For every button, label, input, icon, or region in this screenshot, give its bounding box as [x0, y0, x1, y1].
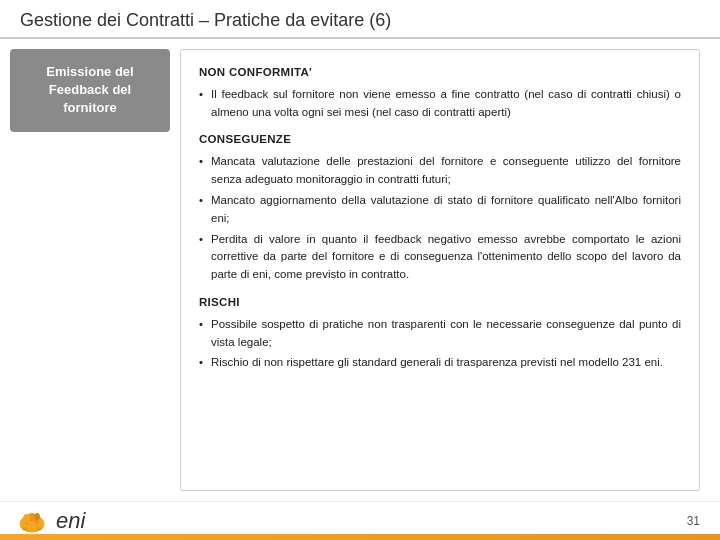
footer-logo: eni	[14, 506, 85, 536]
section-rischi: RISCHI Possibile sospetto di pratiche no…	[199, 294, 681, 372]
footer-bar	[0, 534, 720, 540]
header: Gestione dei Contratti – Pratiche da evi…	[0, 0, 720, 39]
list-item: Rischio di non rispettare gli standard g…	[199, 354, 681, 372]
section-title-1: NON CONFORMITA'	[199, 64, 681, 82]
list-item: Mancato aggiornamento della valutazione …	[199, 192, 681, 228]
main-content: Emissione del Feedback del fornitore NON…	[0, 39, 720, 501]
eni-dog-icon	[14, 506, 50, 536]
page-title: Gestione dei Contratti – Pratiche da evi…	[20, 10, 700, 31]
section-conseguenze: CONSEGUENZE Mancata valutazione delle pr…	[199, 131, 681, 284]
content-box: NON CONFORMITA' Il feedback sul fornitor…	[180, 49, 700, 491]
list-item: Il feedback sul fornitore non viene emes…	[199, 86, 681, 122]
svg-point-2	[23, 514, 30, 523]
eni-logo-text: eni	[56, 508, 85, 534]
svg-point-3	[35, 513, 40, 520]
bullet-list-1: Il feedback sul fornitore non viene emes…	[199, 86, 681, 122]
bullet-list-2: Mancata valutazione delle prestazioni de…	[199, 153, 681, 284]
page-container: Gestione dei Contratti – Pratiche da evi…	[0, 0, 720, 540]
sidebar-label: Emissione del Feedback del fornitore	[26, 63, 154, 118]
sidebar-card: Emissione del Feedback del fornitore	[10, 49, 170, 132]
list-item: Perdita di valore in quanto il feedback …	[199, 231, 681, 284]
bullet-list-3: Possibile sospetto di pratiche non trasp…	[199, 316, 681, 372]
section-title-2: CONSEGUENZE	[199, 131, 681, 149]
section-non-conformita: NON CONFORMITA' Il feedback sul fornitor…	[199, 64, 681, 121]
svg-point-6	[36, 527, 41, 531]
svg-point-4	[28, 521, 37, 530]
list-item: Mancata valutazione delle prestazioni de…	[199, 153, 681, 189]
section-title-3: RISCHI	[199, 294, 681, 312]
list-item: Possibile sospetto di pratiche non trasp…	[199, 316, 681, 352]
svg-point-5	[22, 527, 27, 531]
page-number: 31	[687, 514, 700, 528]
